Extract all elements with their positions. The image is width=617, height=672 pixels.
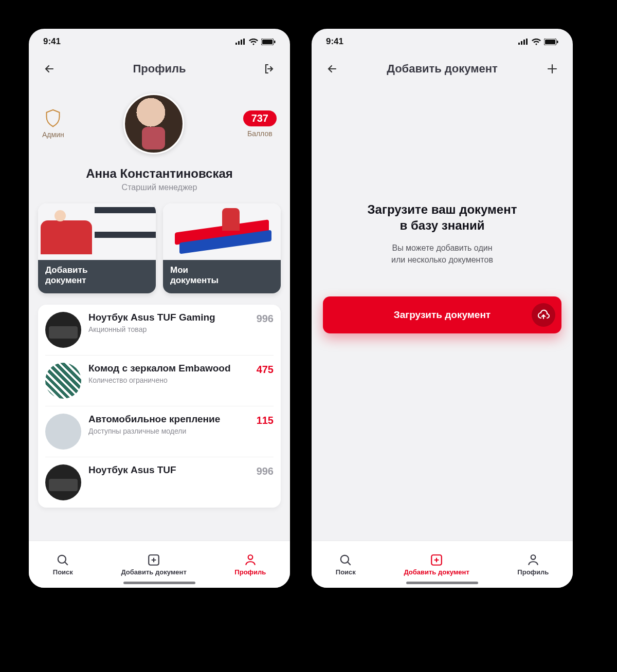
shield-icon xyxy=(45,109,61,127)
card-add-document[interactable]: Добавить документ xyxy=(38,203,156,293)
tab-add-document[interactable]: Добавить документ xyxy=(404,553,469,576)
nav-bar: Добавить документ xyxy=(312,54,573,83)
card-illustration xyxy=(163,203,281,260)
tab-bar: Поиск Добавить документ Профиль xyxy=(312,540,573,588)
card-my-documents[interactable]: Мои документы xyxy=(163,203,281,293)
user-icon xyxy=(527,553,540,567)
svg-rect-1 xyxy=(238,41,240,45)
svg-rect-3 xyxy=(243,39,245,45)
tab-label: Профиль xyxy=(234,568,266,576)
phone-add-document: 9:41 Добавить документ Загрузите ваш док… xyxy=(308,26,576,591)
wifi-icon xyxy=(532,39,541,45)
upload-subtitle: Вы можете добавить один или несколько до… xyxy=(321,242,564,266)
list-item[interactable]: Ноутбук Asus TUF Gaming Акционный товар … xyxy=(45,305,274,356)
plus-square-icon xyxy=(430,553,443,567)
status-icons xyxy=(518,39,558,45)
item-title: Ноутбук Asus TUF xyxy=(88,464,249,476)
item-thumb xyxy=(45,414,81,450)
item-count: 996 xyxy=(257,312,274,325)
tab-label: Профиль xyxy=(517,568,549,576)
home-indicator xyxy=(406,582,478,584)
item-sub: Акционный товар xyxy=(88,325,249,333)
tab-profile[interactable]: Профиль xyxy=(517,553,549,576)
list-item[interactable]: Ноутбук Asus TUF 996 xyxy=(45,457,274,508)
profile-content: Админ 737 Баллов Анна Константиновская С… xyxy=(29,83,290,540)
back-button[interactable] xyxy=(40,60,59,78)
user-name: Анна Константиновская xyxy=(38,166,281,181)
status-time: 9:41 xyxy=(326,36,343,47)
arrow-left-icon xyxy=(43,63,56,75)
svg-point-7 xyxy=(58,555,66,563)
points-badge: 737 xyxy=(243,110,277,126)
svg-rect-11 xyxy=(521,41,522,45)
nav-bar: Профиль xyxy=(29,54,290,83)
tab-search[interactable]: Поиск xyxy=(53,553,73,576)
item-count: 996 xyxy=(257,464,274,477)
items-list: Ноутбук Asus TUF Gaming Акционный товар … xyxy=(38,305,281,508)
search-icon xyxy=(339,553,352,567)
item-main: Ноутбук Asus TUF xyxy=(88,464,249,476)
svg-rect-15 xyxy=(545,40,555,44)
user-icon xyxy=(244,553,257,567)
list-item[interactable]: Комод с зеркалом Embawood Количество огр… xyxy=(45,356,274,406)
svg-rect-12 xyxy=(523,40,525,45)
role-label: Админ xyxy=(42,130,64,139)
item-sub: Доступны различные модели xyxy=(88,427,249,435)
upload-button-label: Загрузить документ xyxy=(394,309,491,321)
item-count: 115 xyxy=(257,414,274,426)
svg-rect-13 xyxy=(526,39,528,45)
add-button[interactable] xyxy=(543,60,561,78)
svg-point-17 xyxy=(341,555,349,563)
phone-profile: 9:41 Профиль Админ 737 Баллов Анна xyxy=(26,26,293,591)
plus-icon xyxy=(546,63,558,75)
upload-content: Загрузите ваш документ в базу знаний Вы … xyxy=(312,83,573,540)
back-button[interactable] xyxy=(323,60,341,78)
logout-button[interactable] xyxy=(260,60,279,78)
item-title: Ноутбук Asus TUF Gaming xyxy=(88,312,249,323)
item-thumb xyxy=(45,464,81,500)
search-icon xyxy=(56,553,69,567)
tab-profile[interactable]: Профиль xyxy=(234,553,266,576)
status-bar: 9:41 xyxy=(312,29,573,54)
list-item[interactable]: Автомобильное крепление Доступны различн… xyxy=(45,406,274,457)
item-sub: Количество ограничено xyxy=(88,376,249,384)
user-title: Старший менеджер xyxy=(38,183,281,192)
plus-square-icon xyxy=(147,553,160,567)
card-caption: Мои документы xyxy=(163,260,281,293)
tab-label: Добавить документ xyxy=(121,568,186,576)
tab-label: Добавить документ xyxy=(404,568,469,576)
upload-button[interactable]: Загрузить документ xyxy=(323,296,561,333)
item-count: 475 xyxy=(257,363,274,376)
signal-icon xyxy=(518,39,529,45)
svg-rect-5 xyxy=(262,40,273,44)
item-main: Автомобильное крепление Доступны различн… xyxy=(88,414,249,435)
upload-headline: Загрузите ваш документ в базу знаний xyxy=(321,201,564,233)
points-column: 737 Баллов xyxy=(243,110,277,138)
tab-bar: Поиск Добавить документ Профиль xyxy=(29,540,290,588)
item-thumb xyxy=(45,312,81,348)
signal-icon xyxy=(235,39,246,45)
avatar[interactable] xyxy=(123,94,184,154)
svg-rect-6 xyxy=(274,41,276,43)
page-title: Профиль xyxy=(133,62,186,76)
page-title: Добавить документ xyxy=(387,62,498,76)
svg-rect-10 xyxy=(518,43,520,45)
wifi-icon xyxy=(249,39,258,45)
item-title: Комод с зеркалом Embawood xyxy=(88,363,249,374)
home-indicator xyxy=(123,582,195,584)
action-cards: Добавить документ Мои документы xyxy=(38,203,281,293)
status-bar: 9:41 xyxy=(29,29,290,54)
card-caption: Добавить документ xyxy=(38,260,156,293)
item-thumb xyxy=(45,363,81,399)
tab-search[interactable]: Поиск xyxy=(336,553,356,576)
card-illustration xyxy=(38,203,156,260)
tab-label: Поиск xyxy=(53,568,73,576)
arrow-left-icon xyxy=(326,63,338,75)
item-title: Автомобильное крепление xyxy=(88,414,249,425)
tab-add-document[interactable]: Добавить документ xyxy=(121,553,186,576)
svg-rect-0 xyxy=(235,43,237,45)
cloud-upload-icon xyxy=(537,309,550,321)
points-label: Баллов xyxy=(247,129,273,138)
battery-icon xyxy=(261,39,276,45)
logout-icon xyxy=(263,63,276,75)
